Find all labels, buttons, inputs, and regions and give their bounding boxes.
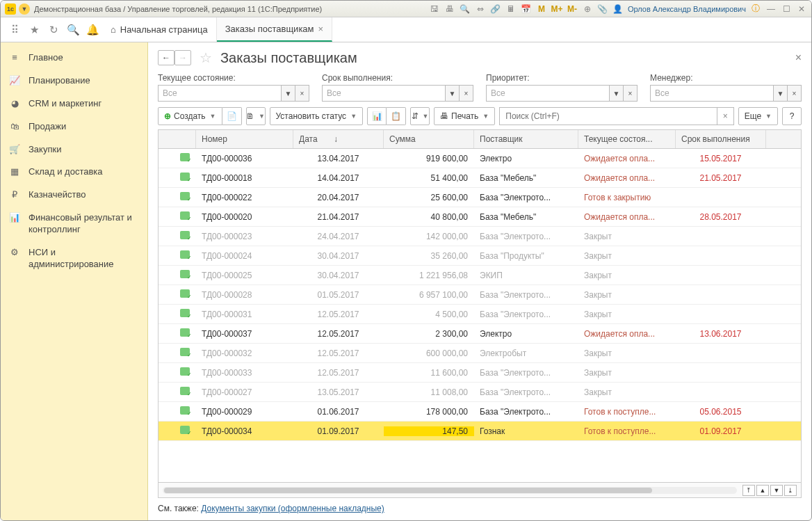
table-row[interactable]: ТД00-00003613.04.2017919 600,00ЭлектроОж… xyxy=(159,149,801,168)
filter-due-clear-icon[interactable]: × xyxy=(460,85,473,102)
print-button[interactable]: 🖶 Печать ▼ xyxy=(434,107,495,125)
table-row[interactable]: ТД00-00002901.06.2017178 000,00База "Эле… xyxy=(159,402,801,422)
sidebar-item[interactable]: ⚙НСИ и администрирование xyxy=(1,241,147,276)
cell-date: 12.05.2017 xyxy=(293,310,384,319)
close-window-icon[interactable]: ✕ xyxy=(796,3,807,15)
filter-priority-clear-icon[interactable]: × xyxy=(624,85,638,102)
table-row[interactable]: ТД00-00002713.05.201711 008,00База "Элек… xyxy=(159,383,801,402)
table-row[interactable]: ТД00-00003401.09.2017147,50ГознакГотов к… xyxy=(159,422,801,441)
set-status-button[interactable]: Установить статус ▼ xyxy=(270,107,364,125)
cell-sum: 35 260,00 xyxy=(384,251,474,261)
info-icon[interactable]: ⓘ xyxy=(750,3,761,15)
related-docs-link[interactable]: Документы закупки (оформленные накладные… xyxy=(201,504,384,513)
create-button[interactable]: ⊕ Создать ▼ xyxy=(158,107,222,125)
grid-body[interactable]: ТД00-00003613.04.2017919 600,00ЭлектроОж… xyxy=(159,149,801,482)
tab-orders[interactable]: Заказы поставщикам × xyxy=(217,17,332,42)
scroll-down-icon[interactable]: ▼ xyxy=(770,485,783,496)
calendar-icon[interactable]: 📅 xyxy=(521,3,532,15)
col-number[interactable]: Номер xyxy=(196,130,293,148)
notifications-icon[interactable]: 🔔 xyxy=(83,17,102,42)
calc-icon[interactable]: 🖩 xyxy=(505,3,517,15)
table-row[interactable]: ТД00-00002220.04.201725 600,00База "Элек… xyxy=(159,188,801,207)
zoom-icon[interactable]: ⊕ xyxy=(582,3,593,15)
tab-home[interactable]: ⌂ Начальная страница xyxy=(102,17,217,42)
preview-icon[interactable]: 🔍 xyxy=(460,3,471,15)
cell-supplier: База "Электрото... xyxy=(474,290,578,300)
filter-state-dropdown-icon[interactable]: ▼ xyxy=(282,85,295,102)
filter-manager-dropdown-icon[interactable]: ▼ xyxy=(774,85,788,102)
nav-back-button[interactable]: ← xyxy=(158,50,174,65)
search-clear-icon[interactable]: × xyxy=(717,107,734,125)
save-icon[interactable]: 🖫 xyxy=(429,3,440,15)
table-row[interactable]: ТД00-00002324.04.2017142 000,00База "Эле… xyxy=(159,227,801,246)
report-button[interactable]: 📊 xyxy=(367,107,387,125)
link-icon[interactable]: 🔗 xyxy=(490,3,501,15)
sidebar-item[interactable]: ≡Главное xyxy=(1,47,147,70)
sidebar-item[interactable]: ₽Казначейство xyxy=(1,184,147,207)
current-user[interactable]: Орлов Александр Владимирович xyxy=(628,5,746,13)
table-row[interactable]: ТД00-00002530.04.20171 221 956,08ЭКИПЗак… xyxy=(159,266,801,285)
compare-icon[interactable]: ⇔ xyxy=(475,3,486,15)
minimize-icon[interactable]: — xyxy=(765,3,777,15)
filter-due-dropdown-icon[interactable]: ▼ xyxy=(446,85,460,102)
filter-manager-input[interactable] xyxy=(650,85,774,102)
edi-button[interactable]: ⇵▼ xyxy=(410,107,430,125)
print-icon[interactable]: 🖶 xyxy=(444,3,455,15)
help-button[interactable]: ? xyxy=(782,107,802,125)
favorites-icon[interactable]: ★ xyxy=(24,17,44,42)
scroll-top-icon[interactable]: ⤒ xyxy=(742,485,755,496)
movement-button[interactable]: 📋 xyxy=(387,107,406,125)
col-icon[interactable] xyxy=(159,130,196,148)
table-row[interactable]: ТД00-00002430.04.201735 260,00База "Прод… xyxy=(159,246,801,266)
memory-icon[interactable]: M xyxy=(536,3,547,15)
attachment-icon[interactable]: 📎 xyxy=(597,3,608,15)
maximize-icon[interactable]: ☐ xyxy=(781,3,792,15)
table-row[interactable]: ТД00-00003712.05.20172 300,00ЭлектроОжид… xyxy=(159,324,801,344)
table-row[interactable]: ТД00-00002021.04.201740 800,00База "Мебе… xyxy=(159,207,801,227)
filter-state-input[interactable] xyxy=(158,85,282,102)
cell-sum: 919 600,00 xyxy=(384,154,474,163)
filter-priority-dropdown-icon[interactable]: ▼ xyxy=(610,85,624,102)
sidebar-item[interactable]: 📈Планирование xyxy=(1,70,147,93)
scroll-up-icon[interactable]: ▲ xyxy=(756,485,769,496)
favorite-star-icon[interactable]: ☆ xyxy=(200,49,212,66)
sidebar-item[interactable]: ◕CRM и маркетинг xyxy=(1,93,147,115)
close-page-icon[interactable]: × xyxy=(795,51,802,64)
search-toolbar-icon[interactable]: 🔍 xyxy=(63,17,83,42)
cell-sum: 51 400,00 xyxy=(384,173,474,183)
copy-button[interactable]: 📄 xyxy=(222,107,242,125)
col-state[interactable]: Текущее состоя... xyxy=(578,130,676,148)
filter-state-clear-icon[interactable]: × xyxy=(295,85,309,102)
sidebar-item[interactable]: 🛒Закупки xyxy=(1,138,147,161)
related-button[interactable]: 🗎▼ xyxy=(246,107,266,125)
col-sum[interactable]: Сумма xyxy=(384,130,474,148)
search-input[interactable] xyxy=(499,107,717,125)
history-icon[interactable]: ↻ xyxy=(44,17,63,42)
table-row[interactable]: ТД00-00003112.05.20174 500,00База "Элект… xyxy=(159,305,801,324)
table-row[interactable]: ТД00-00003312.05.201711 600,00База "Элек… xyxy=(159,363,801,383)
sidebar-item[interactable]: 🛍Продажи xyxy=(1,115,147,138)
orders-grid: Номер Дата ↓ Сумма Поставщик Текущее сос… xyxy=(158,129,802,498)
memory-minus-icon[interactable]: M- xyxy=(567,3,578,15)
app-menu-icon[interactable]: ▼ xyxy=(19,3,30,15)
nav-forward-button[interactable]: → xyxy=(174,50,191,65)
table-row[interactable]: ТД00-00001814.04.201751 400,00База "Мебе… xyxy=(159,168,801,188)
memory-plus-icon[interactable]: M+ xyxy=(551,3,562,15)
col-supplier[interactable]: Поставщик xyxy=(474,130,578,148)
col-due[interactable]: Срок выполнения xyxy=(676,130,766,148)
table-row[interactable]: ТД00-00003212.05.2017600 000,00Электробы… xyxy=(159,344,801,363)
table-row[interactable]: ТД00-00002801.05.20176 957 100,00База "Э… xyxy=(159,285,801,305)
cell-state: Закрыт xyxy=(578,387,676,397)
sidebar-item[interactable]: ▦Склад и доставка xyxy=(1,161,147,184)
document-icon xyxy=(180,173,190,181)
filter-priority-input[interactable] xyxy=(486,85,610,102)
filter-manager-clear-icon[interactable]: × xyxy=(788,85,802,102)
col-date[interactable]: Дата ↓ xyxy=(293,130,384,148)
apps-icon[interactable]: ⠿ xyxy=(5,17,24,42)
sidebar-item[interactable]: 📊Финансовый результат и контроллинг xyxy=(1,207,147,241)
scroll-bottom-icon[interactable]: ⤓ xyxy=(784,485,797,496)
more-button[interactable]: Еще ▼ xyxy=(738,107,778,125)
close-tab-icon[interactable]: × xyxy=(318,24,324,34)
horizontal-scrollbar[interactable] xyxy=(163,487,737,494)
filter-due-input[interactable] xyxy=(322,85,446,102)
